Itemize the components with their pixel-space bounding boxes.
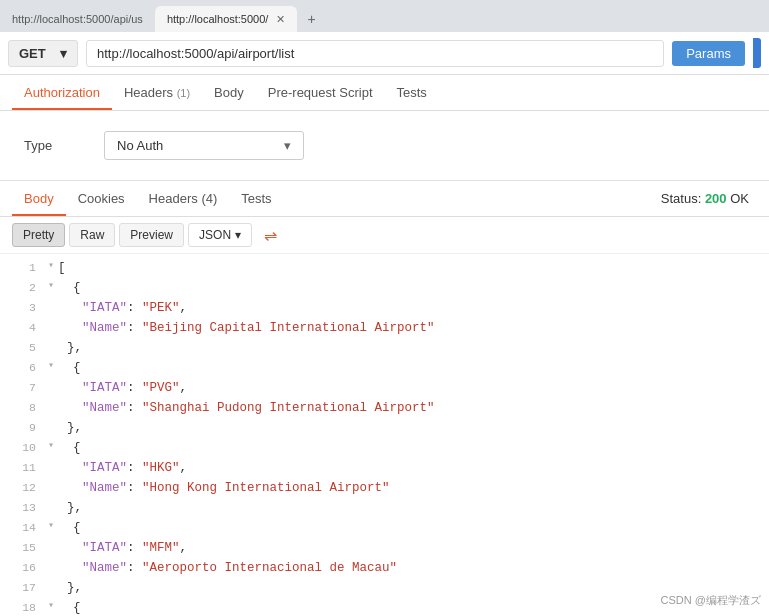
line-number: 8 [8, 398, 36, 417]
line-number: 18 [8, 598, 36, 616]
json-line: 7 "IATA": "PVG", [0, 378, 769, 398]
json-key-value: "Name": "Aeroporto Internacional de Maca… [52, 558, 397, 578]
tab-authorization-label: Authorization [24, 85, 100, 100]
tab-tests-request[interactable]: Tests [385, 75, 439, 110]
tab-headers-label: Headers [124, 85, 173, 100]
method-button[interactable]: GET ▾ [8, 40, 78, 67]
tab-url-inactive: http://localhost:5000/api/us [12, 13, 143, 25]
json-line: 18▾ { [0, 598, 769, 616]
auth-section: Type No Auth ▾ [0, 111, 769, 181]
tab-cookies-label: Cookies [78, 191, 125, 206]
line-number: 1 [8, 258, 36, 277]
json-key-value: "Name": "Hong Kong International Airport… [52, 478, 390, 498]
watermark: CSDN @编程学渣ズ [661, 593, 761, 608]
status-label: Status: [661, 191, 701, 206]
format-value: JSON [199, 228, 231, 242]
json-key-value: "Name": "Beijing Capital International A… [52, 318, 435, 338]
line-number: 5 [8, 338, 36, 357]
json-key-value: "IATA": "MFM", [52, 538, 187, 558]
tab-url-active: http://localhost:5000/ [167, 13, 269, 25]
json-line: 9 }, [0, 418, 769, 438]
json-line: 11 "IATA": "HKG", [0, 458, 769, 478]
json-line: 1▾[ [0, 258, 769, 278]
json-bracket: }, [52, 578, 82, 598]
params-button[interactable]: Params [672, 41, 745, 66]
tab-body-response-label: Body [24, 191, 54, 206]
tab-headers-badge: (1) [177, 87, 190, 99]
tab-prerequest[interactable]: Pre-request Script [256, 75, 385, 110]
line-number: 2 [8, 278, 36, 297]
json-bracket: { [58, 598, 81, 616]
auth-dropdown-arrow-icon: ▾ [284, 138, 291, 153]
fold-arrow-icon[interactable]: ▾ [48, 438, 54, 454]
json-line: 17 }, [0, 578, 769, 598]
json-line: 8 "Name": "Shanghai Pudong International… [0, 398, 769, 418]
tab-tests-request-label: Tests [397, 85, 427, 100]
json-line: 13 }, [0, 498, 769, 518]
fold-arrow-icon[interactable]: ▾ [48, 518, 54, 534]
line-number: 17 [8, 578, 36, 597]
auth-type-value: No Auth [117, 138, 163, 153]
browser-tabs: http://localhost:5000/api/us http://loca… [0, 0, 769, 32]
json-line: 5 }, [0, 338, 769, 358]
json-bracket: [ [58, 258, 66, 278]
auth-type-label: Type [24, 138, 84, 153]
url-input[interactable] [86, 40, 664, 67]
preview-button[interactable]: Preview [119, 223, 184, 247]
tab-prerequest-label: Pre-request Script [268, 85, 373, 100]
tab-body-request[interactable]: Body [202, 75, 256, 110]
json-line: 12 "Name": "Hong Kong International Airp… [0, 478, 769, 498]
line-number: 6 [8, 358, 36, 377]
line-number: 7 [8, 378, 36, 397]
method-arrow-icon: ▾ [60, 46, 67, 61]
json-line: 10▾ { [0, 438, 769, 458]
json-bracket: { [58, 358, 81, 378]
json-bracket: { [58, 278, 81, 298]
json-line: 2▾ { [0, 278, 769, 298]
fold-arrow-icon[interactable]: ▾ [48, 358, 54, 374]
fold-arrow-icon[interactable]: ▾ [48, 598, 54, 614]
json-key-value: "IATA": "PVG", [52, 378, 187, 398]
json-line: 15 "IATA": "MFM", [0, 538, 769, 558]
tab-headers-response-badge: (4) [201, 191, 217, 206]
tab-headers-response-label: Headers [149, 191, 198, 206]
auth-type-dropdown[interactable]: No Auth ▾ [104, 131, 304, 160]
raw-button[interactable]: Raw [69, 223, 115, 247]
line-number: 15 [8, 538, 36, 557]
fold-arrow-icon[interactable]: ▾ [48, 258, 54, 274]
address-bar: GET ▾ Params [0, 32, 769, 75]
tab-inactive[interactable]: http://localhost:5000/api/us [0, 6, 155, 32]
json-bracket: }, [52, 418, 82, 438]
method-label: GET [19, 46, 46, 61]
json-key-value: "IATA": "HKG", [52, 458, 187, 478]
wrap-icon[interactable]: ⇌ [264, 226, 277, 245]
line-number: 16 [8, 558, 36, 577]
tab-headers[interactable]: Headers (1) [112, 75, 202, 110]
status-indicator: Status: 200 OK [661, 191, 757, 206]
tab-tests-response[interactable]: Tests [229, 181, 283, 216]
status-text: OK [730, 191, 749, 206]
line-number: 14 [8, 518, 36, 537]
line-number: 13 [8, 498, 36, 517]
request-tabs: Authorization Headers (1) Body Pre-reque… [0, 75, 769, 111]
tab-headers-response[interactable]: Headers (4) [137, 181, 230, 216]
json-bracket: }, [52, 338, 82, 358]
format-bar: Pretty Raw Preview JSON ▾ ⇌ [0, 217, 769, 254]
json-content: 1▾[2▾ {3 "IATA": "PEK",4 "Name": "Beijin… [0, 254, 769, 616]
format-dropdown[interactable]: JSON ▾ [188, 223, 252, 247]
tab-body-response[interactable]: Body [12, 181, 66, 216]
line-number: 12 [8, 478, 36, 497]
tab-active[interactable]: http://localhost:5000/ ✕ [155, 6, 298, 32]
tab-authorization[interactable]: Authorization [12, 75, 112, 110]
tab-cookies[interactable]: Cookies [66, 181, 137, 216]
tab-close-icon[interactable]: ✕ [276, 13, 285, 26]
json-line: 6▾ { [0, 358, 769, 378]
line-number: 10 [8, 438, 36, 457]
response-tabs: Body Cookies Headers (4) Tests Status: 2… [0, 181, 769, 217]
pretty-button[interactable]: Pretty [12, 223, 65, 247]
send-extra-button[interactable] [753, 38, 761, 68]
add-tab-button[interactable]: + [301, 11, 321, 27]
fold-arrow-icon[interactable]: ▾ [48, 278, 54, 294]
line-number: 4 [8, 318, 36, 337]
json-bracket: { [58, 518, 81, 538]
